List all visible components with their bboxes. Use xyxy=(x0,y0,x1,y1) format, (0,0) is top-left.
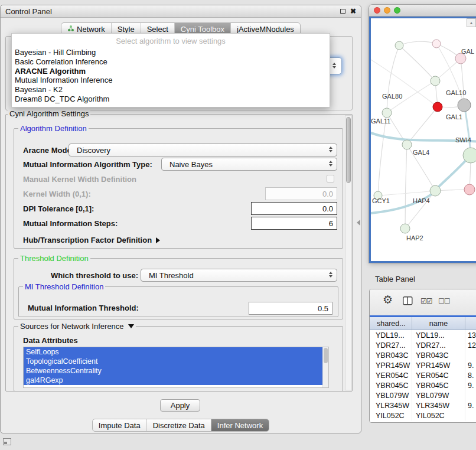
settings-group-title: Cyni Algorithm Settings xyxy=(8,109,90,118)
table-row[interactable]: YIL052CYIL052C xyxy=(370,410,476,420)
network-node[interactable] xyxy=(402,140,412,149)
network-node[interactable] xyxy=(431,76,440,86)
column-header[interactable]: name xyxy=(412,317,465,330)
which-threshold-select[interactable]: MI Threshold xyxy=(141,269,337,282)
apply-button[interactable]: Apply xyxy=(160,399,200,412)
table-cell: 9. xyxy=(465,400,476,410)
cyni-mode-tabs: Impute DataDiscretize DataInfer Network xyxy=(92,419,269,432)
node-label: GAL xyxy=(461,48,474,55)
node-label: SWI4 xyxy=(455,136,471,144)
columns-icon[interactable] xyxy=(403,296,413,308)
canvas-scrollbar-corner[interactable]: ▲ xyxy=(467,18,476,27)
node-label: GAL11 xyxy=(371,118,390,125)
network-window-titlebar[interactable] xyxy=(369,5,476,17)
table-cell: YBR043C xyxy=(370,350,412,360)
column-header[interactable]: shared... xyxy=(370,317,412,330)
algorithm-option[interactable]: ARACNE Algorithm xyxy=(12,67,330,76)
algorithm-option[interactable]: Bayesian - K2 xyxy=(12,85,330,94)
network-node[interactable] xyxy=(464,184,475,195)
table-cell: YIL052C xyxy=(370,410,412,420)
tab-label: Network xyxy=(77,25,105,34)
tab-label: Style xyxy=(118,25,135,34)
panel-splitter-handle[interactable] xyxy=(357,220,360,226)
tab-label: Cyni Toolbox xyxy=(181,25,224,34)
float-window-icon[interactable] xyxy=(340,9,345,14)
control-panel-titlebar[interactable]: Control Panel ✖ xyxy=(1,5,361,18)
algorithm-option[interactable]: Mutual Information Inference xyxy=(12,76,330,85)
table-cell: YBR045C xyxy=(412,380,465,390)
network-node[interactable] xyxy=(395,41,403,50)
attribute-list-item[interactable]: SelfLoops xyxy=(24,347,322,357)
network-node[interactable] xyxy=(430,185,441,196)
chevron-updown-icon xyxy=(329,272,332,278)
table-row[interactable]: YPR145WYPR145W9. xyxy=(370,360,476,370)
table-cell: YDR27... xyxy=(370,340,412,350)
scrollbar-thumb[interactable] xyxy=(324,348,328,363)
settings-scrollbar[interactable] xyxy=(345,115,352,390)
sources-title: Sources for Network Inference xyxy=(20,322,124,331)
attribute-list-item[interactable]: BetweennessCentrality xyxy=(24,366,322,376)
minimize-traffic-light[interactable] xyxy=(384,7,390,14)
tab-label: Impute Data xyxy=(99,421,141,430)
node-label: GAL10 xyxy=(446,89,466,96)
algorithm-option[interactable]: Basic Correlation Inference xyxy=(12,57,330,67)
table-cell: YPR145W xyxy=(412,360,465,370)
mi-steps-field[interactable] xyxy=(251,217,337,230)
network-node[interactable] xyxy=(458,99,471,112)
aracne-mode-label: Aracne Mode: xyxy=(23,146,74,155)
column-header[interactable] xyxy=(465,317,476,330)
network-view-window: GAL80GAL10GAL11GAL1SWI4GAL4GCY1HAP4HAP2G… xyxy=(369,5,476,263)
table-cell: YDL19... xyxy=(412,330,465,340)
table-row[interactable]: YBR045CYBR045C9. xyxy=(370,380,476,390)
table-row[interactable]: YDL19...YDL19...13 xyxy=(370,330,476,340)
attribute-list-item[interactable]: TopologicalCoefficient xyxy=(24,357,322,366)
table-row[interactable]: YBL079WYBL079W xyxy=(370,390,476,400)
tab-label: jActiveMNodules xyxy=(237,25,294,34)
network-node[interactable] xyxy=(400,224,410,233)
network-node[interactable] xyxy=(433,102,442,112)
table-row[interactable]: YLR345WYLR345W9. xyxy=(370,400,476,410)
algorithm-option[interactable]: Dream8 DC_TDC Algorithm xyxy=(12,94,330,104)
network-node[interactable] xyxy=(463,148,476,163)
hub-definition-toggle[interactable]: Hub/Transcription Factor Definition xyxy=(23,236,160,244)
aracne-mode-select[interactable]: Discovery xyxy=(69,144,337,156)
node-label: GAL4 xyxy=(413,149,429,156)
table-panel-title: Table Panel xyxy=(375,275,415,283)
dpi-tolerance-field[interactable] xyxy=(251,202,337,215)
node-label: GAL1 xyxy=(446,113,462,120)
table-cell xyxy=(465,410,476,420)
table-row[interactable]: YER054CYER054C8. xyxy=(370,370,476,380)
zoom-traffic-light[interactable] xyxy=(394,7,400,14)
chevron-updown-icon xyxy=(332,63,336,69)
mode-tab-discretize-data[interactable]: Discretize Data xyxy=(146,419,211,431)
mode-tab-impute-data[interactable]: Impute Data xyxy=(93,419,146,431)
network-node[interactable] xyxy=(382,108,392,118)
algorithm-option[interactable]: Bayesian - Hill Climbing xyxy=(12,48,330,57)
close-traffic-light[interactable] xyxy=(374,7,380,14)
network-edge xyxy=(461,58,464,105)
deselect-all-icon[interactable]: ☐☐ xyxy=(438,297,450,305)
mi-threshold-field[interactable] xyxy=(249,302,332,315)
attribute-list-item[interactable]: gal4RGexp xyxy=(24,376,322,385)
mode-tab-infer-network[interactable]: Infer Network xyxy=(211,419,269,431)
which-threshold-value: MI Threshold xyxy=(149,271,194,280)
table-row[interactable]: YBR043CYBR043C xyxy=(370,350,476,360)
table-row[interactable]: YDR27...YDR27...12 xyxy=(370,340,476,350)
list-scrollbar[interactable] xyxy=(322,347,328,387)
panel-corner-icon[interactable] xyxy=(3,438,11,445)
network-edge xyxy=(378,113,387,195)
close-icon[interactable]: ✖ xyxy=(350,8,356,15)
network-edge xyxy=(371,60,438,107)
mi-type-select[interactable]: Naive Bayes xyxy=(161,158,337,171)
sources-toggle[interactable]: Sources for Network Inference xyxy=(18,322,136,331)
table-header-row: shared...name xyxy=(370,317,476,330)
data-attributes-list[interactable]: SelfLoopsTopologicalCoefficientBetweenne… xyxy=(23,347,329,388)
network-canvas[interactable]: GAL80GAL10GAL11GAL1SWI4GAL4GCY1HAP4HAP2G… xyxy=(369,17,476,263)
table-cell: YIL052C xyxy=(412,410,465,420)
select-all-icon[interactable]: ☑☑ xyxy=(420,297,432,305)
table-panel-window: ⚙ ☑☑ ☐☐ shared...name YDL19...YDL19...13… xyxy=(369,289,476,423)
gear-icon[interactable]: ⚙ xyxy=(383,294,393,306)
scrollbar-thumb[interactable] xyxy=(346,117,351,183)
network-node[interactable] xyxy=(432,40,441,48)
table-cell: YER054C xyxy=(370,370,412,380)
